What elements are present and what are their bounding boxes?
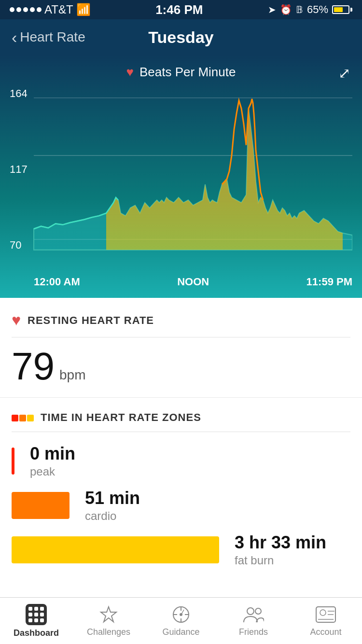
chart-area: 164 117 70 [10,87,352,271]
peak-label: peak [30,465,75,478]
chart-legend-label: Beats Per Minute [139,65,236,80]
page-title: Tuesday [148,28,213,47]
expand-button[interactable]: ⤢ [338,65,350,82]
chart-section: ♥ Beats Per Minute ⤢ 164 117 70 [0,55,362,298]
carrier-label: AT&T [44,3,73,16]
peak-info: 0 min peak [30,444,75,478]
fatburn-bar [12,536,219,563]
x-label-end: 11:59 PM [306,276,352,288]
chart-legend: ♥ Beats Per Minute [10,65,352,80]
friends-icon [243,605,264,624]
cardio-time: 51 min [85,488,140,508]
y-label-117: 117 [10,163,28,176]
dashboard-icon [26,604,47,625]
cardio-info: 51 min cardio [85,488,140,523]
battery-icon [332,5,352,14]
fatburn-time: 3 hr 33 min [235,532,326,553]
guidance-icon [171,605,191,624]
back-button[interactable]: ‹ Heart Rate [12,29,85,45]
peak-time: 0 min [30,444,75,464]
resting-heart-rate-section: ♥ RESTING HEART RATE 79 bpm [0,298,362,398]
fatburn-label: fat burn [235,554,326,567]
header: ‹ Heart Rate Tuesday [0,19,362,55]
zone-peak: 0 min peak [12,444,350,478]
resting-header: ♥ RESTING HEART RATE [12,311,350,329]
x-label-start: 12:00 AM [10,276,80,288]
status-right: ➤ ⏰ 𝔹 65% [268,3,352,16]
peak-bar [12,448,14,475]
cardio-label: cardio [85,509,140,523]
account-icon [315,605,336,624]
svg-point-11 [247,608,254,615]
challenges-icon [99,605,118,624]
status-left: AT&T 📶 [10,3,91,16]
nav-guidance[interactable]: Guidance [145,598,217,644]
nav-dashboard[interactable]: Dashboard [0,598,72,644]
nav-challenges-label: Challenges [87,627,130,637]
time-label: 1:46 PM [155,2,203,17]
x-label-noon: NOON [177,276,209,288]
resting-value: 79 [12,347,55,386]
chart-y-labels: 164 117 70 [10,87,28,271]
heart-rate-chart [10,87,352,271]
battery-percent: 65% [307,3,328,16]
svg-point-14 [320,610,326,616]
heart-icon: ♥ [126,65,134,80]
wifi-icon: 📶 [76,3,91,16]
svg-marker-3 [101,607,116,622]
zones-divider [12,432,350,432]
fatburn-info: 3 hr 33 min fat burn [235,532,326,567]
back-chevron-icon: ‹ [12,29,17,45]
nav-dashboard-label: Dashboard [14,628,59,638]
nav-account[interactable]: Account [290,598,362,644]
cardio-bar [12,492,70,519]
zone-fatburn: 3 hr 33 min fat burn [12,532,350,567]
resting-value-row: 79 bpm [12,347,350,386]
zone-cardio: 51 min cardio [12,488,350,523]
svg-line-10 [181,610,184,614]
bluetooth-icon: 𝔹 [296,4,303,15]
content: ♥ RESTING HEART RATE 79 bpm TIME IN HEAR… [0,298,362,588]
resting-title: RESTING HEART RATE [28,314,154,327]
svg-point-12 [255,608,261,614]
heart-rate-zones-section: TIME IN HEART RATE ZONES 0 min peak 51 m… [0,398,362,588]
zones-title: TIME IN HEART RATE ZONES [41,411,201,424]
nav-friends-label: Friends [239,627,268,637]
y-label-70: 70 [10,239,28,252]
resting-heart-icon: ♥ [12,311,21,329]
status-bar: AT&T 📶 1:46 PM ➤ ⏰ 𝔹 65% [0,0,362,19]
back-label: Heart Rate [20,29,85,45]
location-icon: ➤ [268,4,276,15]
bottom-nav: Dashboard Challenges Guidance Friends [0,597,362,644]
zones-header: TIME IN HEART RATE ZONES [12,411,350,424]
zones-icon [12,414,34,421]
signal-dots [10,7,42,12]
nav-account-label: Account [310,627,341,637]
resting-unit: bpm [59,367,85,383]
resting-divider [12,337,350,337]
nav-friends[interactable]: Friends [217,598,290,644]
alarm-icon: ⏰ [280,4,292,15]
y-label-164: 164 [10,87,28,100]
chart-x-labels: 12:00 AM NOON 11:59 PM [10,271,352,298]
nav-challenges[interactable]: Challenges [72,598,145,644]
nav-guidance-label: Guidance [162,627,199,637]
